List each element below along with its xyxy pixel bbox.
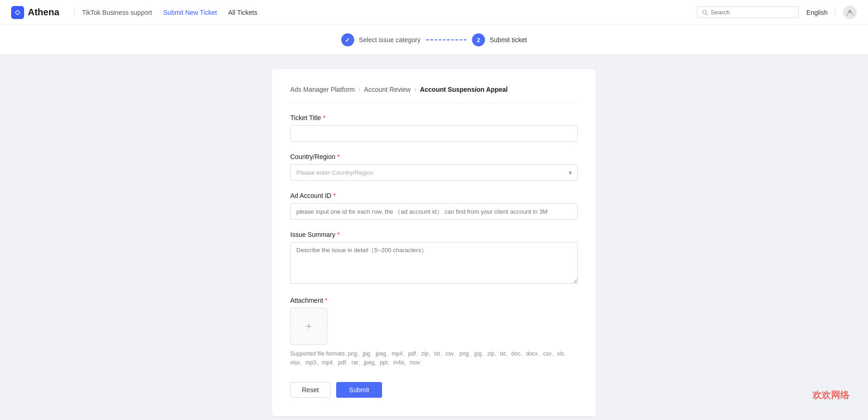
main-content: Ads Manager Platform › Account Review › …: [0, 55, 868, 420]
dot: [451, 39, 454, 40]
issue-summary-group: Issue Summary *: [290, 231, 578, 286]
header-nav: Submit New Ticket All Tickets: [163, 9, 257, 16]
step-1-circle: ✓: [341, 33, 354, 46]
logo-icon: [11, 6, 24, 19]
step-2: 2 Submit ticket: [472, 33, 527, 46]
breadcrumb-item-3: Account Suspension Appeal: [420, 86, 508, 93]
step-2-circle: 2: [472, 33, 485, 46]
attachment-formats: Supported file formats: png、jpg、jpeg、mp4…: [290, 350, 578, 367]
step-1: ✓ Select issue category: [341, 33, 421, 46]
form-card: Ads Manager Platform › Account Review › …: [272, 69, 596, 416]
dot: [443, 39, 446, 40]
step-bar: ✓ Select issue category 2 Submit ticket: [0, 25, 868, 55]
app-header: Athena TikTok Business support Submit Ne…: [0, 0, 868, 25]
ticket-title-group: Ticket Title *: [290, 114, 578, 142]
ticket-title-input[interactable]: [290, 125, 578, 142]
ad-account-id-input[interactable]: [290, 203, 578, 220]
step-1-label: Select issue category: [359, 36, 421, 44]
dot: [430, 39, 433, 40]
required-star-4: *: [337, 231, 339, 238]
lang-divider: [835, 9, 836, 16]
required-star-2: *: [337, 153, 339, 160]
avatar-icon: [846, 8, 854, 17]
attachment-group: Attachment * + Supported file formats: p…: [290, 297, 578, 367]
required-star-5: *: [325, 297, 327, 304]
required-star: *: [323, 114, 325, 121]
attachment-label: Attachment *: [290, 297, 578, 304]
language-selector[interactable]: English: [806, 9, 828, 16]
issue-summary-textarea[interactable]: [290, 242, 578, 284]
search-input[interactable]: [711, 9, 794, 16]
breadcrumb-chevron-2: ›: [415, 86, 416, 93]
step-2-label: Submit ticket: [490, 36, 527, 44]
logo: Athena: [11, 6, 59, 19]
plus-icon: +: [306, 320, 312, 332]
ad-account-id-label: Ad Account ID *: [290, 192, 578, 199]
header-subtitle: TikTok Business support: [82, 9, 152, 16]
step-dots: [426, 39, 466, 40]
submit-button[interactable]: Submit: [336, 382, 383, 398]
dot: [455, 39, 458, 40]
header-right: English: [697, 6, 857, 19]
reset-button[interactable]: Reset: [290, 382, 331, 398]
country-region-wrapper: Please enter Country/Region ▾: [290, 164, 578, 181]
search-icon: [702, 9, 708, 16]
breadcrumb-item-2: Account Review: [364, 86, 410, 93]
dot: [434, 39, 437, 40]
user-avatar[interactable]: [843, 6, 857, 19]
dot: [460, 39, 462, 40]
country-region-group: Country/Region * Please enter Country/Re…: [290, 153, 578, 181]
logo-text: Athena: [28, 7, 59, 18]
breadcrumb: Ads Manager Platform › Account Review › …: [290, 86, 578, 93]
svg-line-2: [706, 13, 708, 15]
country-region-select[interactable]: Please enter Country/Region: [290, 164, 578, 181]
dot: [464, 39, 466, 40]
dot: [439, 39, 441, 40]
nav-all-tickets[interactable]: All Tickets: [228, 9, 257, 16]
breadcrumb-item-1: Ads Manager Platform: [290, 86, 355, 93]
breadcrumb-chevron-1: ›: [358, 86, 360, 93]
dot: [426, 39, 429, 40]
issue-summary-label: Issue Summary *: [290, 231, 578, 238]
dot: [447, 39, 450, 40]
required-star-3: *: [333, 192, 336, 199]
nav-submit-ticket[interactable]: Submit New Ticket: [163, 9, 217, 16]
attachment-upload-button[interactable]: +: [290, 308, 327, 345]
ad-account-id-group: Ad Account ID *: [290, 192, 578, 220]
ticket-title-label: Ticket Title *: [290, 114, 578, 121]
country-region-label: Country/Region *: [290, 153, 578, 160]
header-divider: [74, 8, 75, 17]
search-box[interactable]: [697, 6, 799, 18]
form-actions: Reset Submit: [290, 382, 578, 398]
breadcrumb-divider: [290, 102, 578, 103]
step-connector: [426, 39, 466, 40]
